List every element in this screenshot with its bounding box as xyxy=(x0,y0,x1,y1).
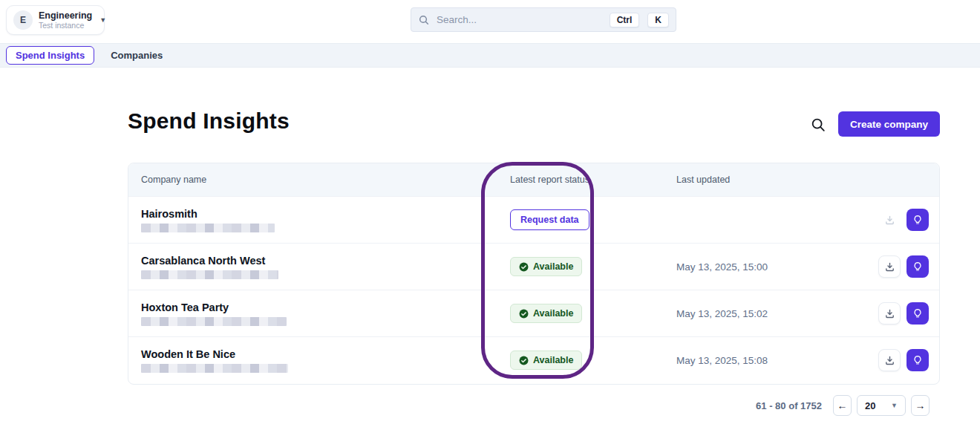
status-badge-available: Available xyxy=(510,351,582,370)
status-badge-label: Available xyxy=(533,355,573,365)
pagination-bar: 61 - 80 of 1752 ← 20 ▼ → xyxy=(742,394,930,417)
download-tray-icon xyxy=(884,355,895,366)
column-header-latest-report-status: Latest report status xyxy=(497,175,664,185)
column-header-company-name: Company name xyxy=(128,175,497,185)
company-cell: Hairosmith xyxy=(128,208,497,232)
company-name: Carsablanca North West xyxy=(141,255,497,267)
table-row: Hairosmith Request data xyxy=(128,196,939,243)
company-cell: Hoxton Tea Party xyxy=(128,301,497,326)
request-data-button[interactable]: Request data xyxy=(510,209,589,230)
tab-companies[interactable]: Companies xyxy=(111,50,163,61)
shortcut-key-k: K xyxy=(647,13,669,27)
status-badge-available: Available xyxy=(510,257,582,276)
last-updated-cell: May 13, 2025, 15:02 xyxy=(664,308,866,319)
status-cell: Available xyxy=(497,351,664,370)
workspace-avatar: E xyxy=(13,10,33,30)
caret-down-icon: ▼ xyxy=(891,402,898,409)
download-tray-icon xyxy=(884,308,895,319)
shortcut-key-ctrl: Ctrl xyxy=(610,13,640,27)
download-button[interactable] xyxy=(878,349,901,371)
workspace-subtitle: Test instance xyxy=(39,21,92,30)
actions-cell xyxy=(866,209,939,231)
tab-spend-insights[interactable]: Spend Insights xyxy=(6,46,94,65)
table-header-row: Company name Latest report status Last u… xyxy=(128,163,939,196)
status-badge-available: Available xyxy=(510,304,582,323)
table-search-icon[interactable] xyxy=(810,117,826,133)
page-title: Spend Insights xyxy=(128,108,290,134)
insights-button[interactable] xyxy=(906,349,929,371)
company-cell: Wooden It Be Nice xyxy=(128,348,497,373)
create-company-button[interactable]: Create company xyxy=(838,111,940,137)
status-badge-label: Available xyxy=(533,261,573,272)
companies-table: Company name Latest report status Last u… xyxy=(128,163,940,385)
search-input[interactable] xyxy=(437,14,601,25)
status-badge-label: Available xyxy=(533,308,573,319)
download-tray-icon xyxy=(884,261,895,273)
table-row: Hoxton Tea Party Available May 13, 2025,… xyxy=(128,290,939,336)
insights-button[interactable] xyxy=(906,255,929,278)
lightbulb-icon xyxy=(912,354,924,366)
company-name: Hoxton Tea Party xyxy=(141,301,497,313)
download-tray-icon xyxy=(884,215,895,226)
status-cell: Request data xyxy=(497,209,664,230)
table-row: Carsablanca North West Available May 13,… xyxy=(128,243,939,290)
primary-nav: Spend Insights Companies xyxy=(0,43,980,68)
download-button-disabled xyxy=(878,209,901,231)
pagination-next-button[interactable]: → xyxy=(911,395,930,416)
caret-down-icon: ▼ xyxy=(99,16,106,24)
global-search-bar[interactable]: Ctrl K xyxy=(411,7,676,32)
check-circle-icon xyxy=(519,262,529,272)
column-header-last-updated: Last updated xyxy=(664,175,866,185)
page-size-value: 20 xyxy=(865,400,875,411)
pagination-range-text: 61 - 80 of 1752 xyxy=(756,400,822,411)
insights-button[interactable] xyxy=(906,302,929,325)
search-icon xyxy=(418,14,430,26)
workspace-name: Engineering xyxy=(39,10,92,21)
redacted-address xyxy=(141,364,288,373)
lightbulb-icon xyxy=(912,214,924,226)
check-circle-icon xyxy=(519,356,529,365)
pagination-prev-button[interactable]: ← xyxy=(833,395,852,416)
actions-cell xyxy=(866,255,939,278)
workspace-switcher[interactable]: E Engineering Test instance ▼ xyxy=(6,5,105,35)
last-updated-cell: May 13, 2025, 15:00 xyxy=(664,261,866,273)
status-cell: Available xyxy=(497,304,664,323)
company-name: Wooden It Be Nice xyxy=(141,348,497,360)
download-button[interactable] xyxy=(878,255,901,278)
company-cell: Carsablanca North West xyxy=(128,255,497,279)
lightbulb-icon xyxy=(912,261,924,273)
redacted-address xyxy=(141,270,278,279)
download-button[interactable] xyxy=(878,302,901,325)
check-circle-icon xyxy=(519,309,529,319)
company-name: Hairosmith xyxy=(141,208,497,220)
actions-cell xyxy=(866,349,939,371)
table-row: Wooden It Be Nice Available May 13, 2025… xyxy=(128,336,939,383)
redacted-address xyxy=(141,317,287,326)
page-size-select[interactable]: 20 ▼ xyxy=(857,395,906,416)
actions-cell xyxy=(866,302,939,325)
lightbulb-icon xyxy=(912,307,924,319)
status-cell: Available xyxy=(497,257,664,276)
redacted-address xyxy=(141,224,275,232)
insights-button[interactable] xyxy=(906,209,929,231)
workspace-texts: Engineering Test instance xyxy=(39,10,92,30)
last-updated-cell: May 13, 2025, 15:08 xyxy=(664,355,866,366)
